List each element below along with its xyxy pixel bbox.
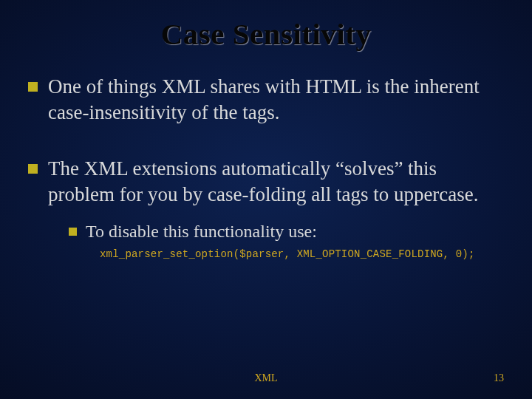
square-bullet-icon bbox=[69, 228, 77, 236]
sub-bullet: To disable this functionality use: xml_p… bbox=[69, 220, 504, 262]
sub-bullet-text: To disable this functionality use: bbox=[86, 220, 317, 243]
sub-bullet-row: To disable this functionality use: bbox=[69, 220, 504, 243]
code-line: xml_parser_set_option($parser, XML_OPTIO… bbox=[100, 248, 504, 262]
footer-label: XML bbox=[0, 372, 532, 384]
slide-body: One of things XML shares with HTML is th… bbox=[28, 74, 504, 262]
page-number: 13 bbox=[494, 372, 504, 384]
bullet-text: One of things XML shares with HTML is th… bbox=[48, 74, 504, 125]
bullet-item-2: The XML extensions automatically “solves… bbox=[28, 156, 504, 262]
bullet-2-main: The XML extensions automatically “solves… bbox=[48, 157, 479, 205]
slide-title: Case Sensitivity bbox=[28, 16, 504, 52]
slide: Case Sensitivity One of things XML share… bbox=[0, 0, 532, 399]
bullet-item-1: One of things XML shares with HTML is th… bbox=[28, 74, 504, 125]
bullet-text: The XML extensions automatically “solves… bbox=[48, 156, 504, 262]
square-bullet-icon bbox=[28, 82, 38, 92]
square-bullet-icon bbox=[28, 164, 38, 174]
